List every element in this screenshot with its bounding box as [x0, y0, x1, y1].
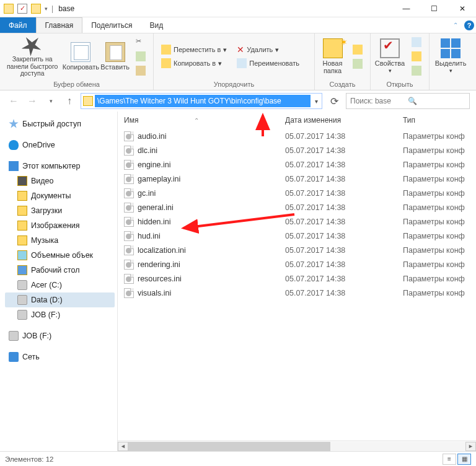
col-modified[interactable]: Дата изменения	[285, 116, 403, 125]
file-date: 05.07.2017 14:38	[285, 232, 403, 240]
nav-drive-job2[interactable]: JOB (F:)	[5, 328, 115, 343]
file-date: 05.07.2017 14:38	[285, 132, 403, 141]
nav-documents[interactable]: Документы	[5, 188, 115, 203]
copy-path-icon	[136, 51, 146, 61]
file-row[interactable]: dlc.ini05.07.2017 14:38Параметры конф	[124, 143, 476, 157]
file-type: Параметры конф	[403, 246, 476, 255]
scroll-thumb[interactable]	[128, 442, 330, 451]
paste-shortcut-button[interactable]	[133, 64, 148, 77]
disk-icon	[17, 295, 27, 305]
new-item-icon	[353, 45, 363, 55]
disk-icon	[9, 331, 19, 341]
open-icon	[412, 37, 421, 47]
file-row[interactable]: gameplay.ini05.07.2017 14:38Параметры ко…	[124, 172, 476, 186]
copy-button[interactable]: Копировать	[63, 35, 98, 77]
nav-music[interactable]: Музыка	[5, 233, 115, 248]
horizontal-scrollbar[interactable]: ◄ ►	[118, 441, 476, 451]
nav-quick-access[interactable]: Быстрый доступ	[5, 116, 115, 131]
tab-home[interactable]: Главная	[36, 17, 83, 33]
back-button[interactable]: ←	[6, 94, 21, 108]
new-folder-button[interactable]: Новая папка	[319, 35, 346, 77]
history-button[interactable]	[409, 64, 424, 77]
properties-button[interactable]: Свойства▾	[374, 35, 405, 77]
delete-button[interactable]: ✕Удалить ▾	[234, 43, 302, 56]
nav-onedrive-label: OneDrive	[22, 141, 55, 149]
tab-share[interactable]: Поделиться	[82, 17, 141, 33]
nav-desktop[interactable]: Рабочий стол	[5, 263, 115, 278]
qat-dropdown-icon[interactable]: ▾	[45, 6, 48, 12]
cut-button[interactable]: ✂	[133, 36, 148, 48]
tab-view[interactable]: Вид	[141, 17, 172, 33]
copy-to-button[interactable]: Копировать в ▾	[159, 57, 229, 69]
pin-quickaccess-button[interactable]: Закрепить на панели быстрого доступа	[4, 35, 61, 77]
recent-dropdown-icon[interactable]: ▾	[43, 94, 58, 108]
copy-path-button[interactable]	[133, 50, 148, 63]
forward-button[interactable]: →	[25, 94, 40, 108]
nav-network-label: Сеть	[22, 353, 40, 361]
help-button[interactable]: ?	[462, 17, 476, 33]
nav-this-pc-label: Этот компьютер	[22, 162, 80, 170]
address-dropdown-icon[interactable]: ▾	[311, 98, 322, 105]
maximize-button[interactable]: ☐	[420, 0, 448, 17]
nav-pictures[interactable]: Изображения	[5, 218, 115, 233]
col-type[interactable]: Тип	[403, 116, 476, 125]
qat-checkbox-icon[interactable]: ✓	[17, 4, 27, 14]
minimize-button[interactable]: —	[392, 0, 420, 17]
file-row[interactable]: visuals.ini05.07.2017 14:38Параметры кон…	[124, 286, 476, 300]
collapse-ribbon-icon[interactable]: ⌃	[449, 17, 462, 33]
qat-folder-icon[interactable]	[31, 4, 41, 14]
file-date: 05.07.2017 14:38	[285, 160, 403, 169]
edit-button[interactable]	[409, 50, 424, 63]
up-button[interactable]: ↑	[62, 94, 77, 108]
nav-video[interactable]: Видео	[5, 174, 115, 188]
view-details-button[interactable]: ≡	[443, 454, 456, 465]
file-row[interactable]: general.ini05.07.2017 14:38Параметры кон…	[124, 200, 476, 214]
file-row[interactable]: hud.ini05.07.2017 14:38Параметры конф	[124, 229, 476, 243]
address-bar[interactable]: ▾	[81, 93, 322, 109]
file-row[interactable]: audio.ini05.07.2017 14:38Параметры конф	[124, 129, 476, 143]
scroll-right-icon[interactable]: ►	[465, 442, 476, 451]
file-row[interactable]: gc.ini05.07.2017 14:38Параметры конф	[124, 186, 476, 200]
nav-drive-acer[interactable]: Acer (C:)	[5, 278, 115, 292]
nav-downloads[interactable]: Загрузки	[5, 203, 115, 218]
file-row[interactable]: rendering.ini05.07.2017 14:38Параметры к…	[124, 257, 476, 271]
close-button[interactable]: ✕	[448, 0, 476, 17]
refresh-button[interactable]: ⟳	[326, 93, 342, 109]
navigation-pane[interactable]: Быстрый доступ OneDrive Этот компьютер В…	[0, 112, 118, 451]
file-date: 05.07.2017 14:38	[285, 146, 403, 155]
file-row[interactable]: engine.ini05.07.2017 14:38Параметры конф	[124, 157, 476, 172]
select-button[interactable]: Выделить▾	[433, 35, 468, 77]
nav-drive-job1[interactable]: JOB (F:)	[5, 307, 115, 322]
new-item-button[interactable]	[350, 43, 365, 56]
nav-quick-access-label: Быстрый доступ	[22, 120, 81, 128]
nav-this-pc[interactable]: Этот компьютер	[5, 159, 115, 174]
easy-access-button[interactable]	[350, 58, 365, 70]
nav-network[interactable]: Сеть	[5, 350, 115, 364]
folder-icon	[4, 4, 14, 14]
file-name: resources.ini	[138, 275, 182, 283]
address-input[interactable]	[95, 95, 311, 107]
file-tab[interactable]: Файл	[0, 17, 36, 33]
scroll-track[interactable]	[128, 442, 465, 451]
file-row[interactable]: localization.ini05.07.2017 14:38Параметр…	[124, 243, 476, 257]
nav-onedrive[interactable]: OneDrive	[5, 138, 115, 152]
column-headers[interactable]: Имя⌃ Дата изменения Тип	[118, 112, 476, 129]
file-list-pane: Имя⌃ Дата изменения Тип audio.ini05.07.2…	[118, 112, 476, 451]
nav-3d-objects[interactable]: Объемные объек	[5, 248, 115, 263]
file-row[interactable]: hidden.ini05.07.2017 14:38Параметры конф	[124, 214, 476, 229]
delete-label: Удалить	[247, 46, 273, 53]
paste-button[interactable]: Вставить	[100, 35, 130, 77]
pin-icon	[19, 31, 46, 59]
file-list[interactable]: audio.ini05.07.2017 14:38Параметры конфd…	[118, 129, 476, 441]
search-input[interactable]: Поиск: base 🔍	[346, 93, 470, 109]
rename-button[interactable]: Переименовать	[234, 57, 302, 69]
nav-drive-data[interactable]: Data (D:)	[5, 292, 115, 307]
group-open-label: Открыть	[371, 79, 429, 90]
col-name[interactable]: Имя	[124, 116, 138, 125]
move-to-button[interactable]: Переместить в ▾	[159, 43, 229, 56]
properties-icon	[380, 38, 400, 58]
file-row[interactable]: resources.ini05.07.2017 14:38Параметры к…	[124, 271, 476, 286]
view-icons-button[interactable]: ▦	[457, 454, 471, 465]
scroll-left-icon[interactable]: ◄	[118, 442, 128, 451]
open-button[interactable]	[409, 36, 424, 48]
